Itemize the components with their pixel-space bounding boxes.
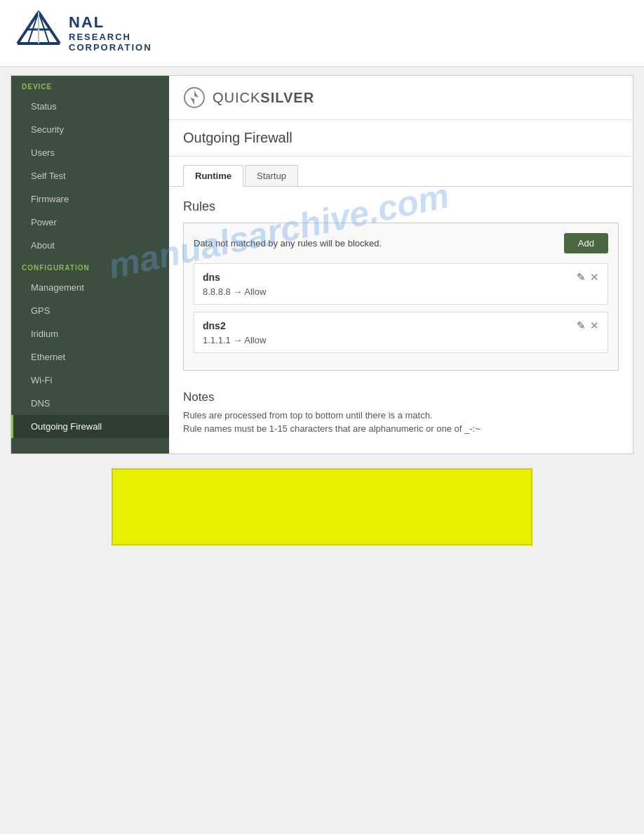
sidebar-item-management[interactable]: Management [11,276,169,299]
sidebar-item-power[interactable]: Power [11,211,169,234]
notes-section: Notes Rules are processed from top to bo… [169,383,633,449]
sidebar-item-selftest[interactable]: Self Test [11,164,169,187]
rules-section: Rules Data not matched by any rules will… [169,187,633,383]
sidebar-item-ethernet[interactable]: Ethernet [11,345,169,369]
logo-research: RESEARCH [69,32,152,42]
rule-item-header-dns2: dns2 ✎ ✕ [203,319,599,332]
main-content: QUICKSILVER Outgoing Firewall Runtime St… [169,76,633,454]
rule-item-header-dns: dns ✎ ✕ [203,271,599,284]
rules-title: Rules [183,199,619,214]
tab-startup[interactable]: Startup [245,165,298,186]
logo-text: NAL RESEARCH CORPORATION [69,13,152,53]
sidebar-item-firmware[interactable]: Firmware [11,187,169,211]
edit-rule-dns-icon[interactable]: ✎ [577,271,586,284]
rules-box: Data not matched by any rules will be bl… [183,223,619,371]
notes-title: Notes [183,390,619,404]
rule-item-dns2: dns2 ✎ ✕ 1.1.1.1 → Allow [194,312,608,353]
rules-notice: Data not matched by any rules will be bl… [194,238,382,249]
sidebar-item-gps[interactable]: GPS [11,299,169,322]
sidebar-item-status[interactable]: Status [11,95,169,118]
note-text-0: Rules are processed from top to bottom u… [183,410,619,421]
logo-nal: NAL [69,13,152,32]
rule-value-dns: 8.8.8.8 → Allow [203,286,599,297]
rule-actions-dns2: ✎ ✕ [577,319,599,332]
device-section-label: DEVICE [11,76,169,95]
sidebar-item-security[interactable]: Security [11,118,169,141]
sidebar: DEVICE Status Security Users Self Test F… [11,76,169,454]
content-box: DEVICE Status Security Users Self Test F… [11,75,633,454]
main-wrapper: DEVICE Status Security Users Self Test F… [0,67,644,568]
quicksilver-header: QUICKSILVER [169,76,633,120]
rule-name-dns: dns [203,272,220,283]
rule-item-dns: dns ✎ ✕ 8.8.8.8 → Allow [194,263,608,305]
page-title: Outgoing Firewall [169,120,633,157]
tabs-bar: Runtime Startup [169,157,633,187]
note-text-1: Rule names must be 1-15 characters that … [183,423,619,434]
sidebar-item-users[interactable]: Users [11,141,169,164]
rules-header: Data not matched by any rules will be bl… [194,233,608,253]
quicksilver-icon [183,86,206,109]
sidebar-item-outgoing-firewall[interactable]: Outgoing Firewall [11,415,169,438]
rule-name-dns2: dns2 [203,320,226,331]
page-header: NAL RESEARCH CORPORATION [0,0,644,67]
quicksilver-title: QUICKSILVER [213,90,314,106]
edit-rule-dns2-icon[interactable]: ✎ [577,319,586,332]
add-rule-button[interactable]: Add [564,233,608,253]
logo-corporation: CORPORATION [69,42,152,53]
rule-actions-dns: ✎ ✕ [577,271,599,284]
sidebar-item-dns[interactable]: DNS [11,392,169,415]
yellow-highlight-box [112,468,532,545]
sidebar-item-about[interactable]: About [11,234,169,257]
delete-rule-dns2-icon[interactable]: ✕ [590,319,599,332]
logo: NAL RESEARCH CORPORATION [14,8,152,58]
tab-runtime[interactable]: Runtime [183,165,243,187]
rule-value-dns2: 1.1.1.1 → Allow [203,335,599,345]
delete-rule-dns-icon[interactable]: ✕ [590,271,599,284]
config-section-label: CONFIGURATION [11,257,169,276]
sidebar-item-iridium[interactable]: Iridium [11,322,169,345]
sidebar-item-wifi[interactable]: Wi-Fi [11,369,169,392]
logo-icon [14,8,63,58]
